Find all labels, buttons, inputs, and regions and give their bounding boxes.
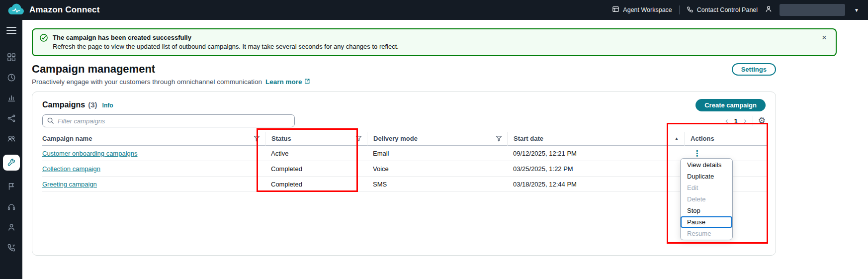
campaign-name-cell: Collection campaign xyxy=(42,165,265,173)
sort-ascending-icon: ▲ xyxy=(674,136,679,141)
top-header: Amazon Connect Agent Workspace Contact C xyxy=(0,0,868,20)
table-row: Collection campaign Completed Voice 03/2… xyxy=(42,161,767,177)
sidebar-item-dashboard[interactable] xyxy=(7,53,16,62)
info-link[interactable]: Info xyxy=(102,102,113,109)
campaigns-count: (3) xyxy=(88,100,97,109)
settings-button[interactable]: Settings xyxy=(732,63,776,76)
sidebar-item-outbound-campaigns[interactable] xyxy=(3,155,20,171)
banner-text: The campaign has been created successful… xyxy=(53,33,815,51)
sidebar-item-flows[interactable] xyxy=(7,114,16,123)
success-check-icon xyxy=(40,34,48,44)
sidebar-item-customer-profiles[interactable] xyxy=(7,223,16,232)
menu-item-view-details[interactable]: View details xyxy=(681,159,732,171)
menu-icon[interactable] xyxy=(6,27,16,34)
close-icon[interactable]: × xyxy=(820,33,829,42)
start-date-cell: 09/12/2025, 12:21 PM xyxy=(507,150,684,157)
phone-icon xyxy=(687,6,694,14)
column-header-delivery-mode[interactable]: Delivery mode xyxy=(367,132,507,146)
table-row: Greeting campaign Completed SMS 03/18/20… xyxy=(42,177,767,192)
chevron-down-icon[interactable]: ▼ xyxy=(852,7,861,13)
table-header-row: Campaign name Status xyxy=(42,132,767,146)
filter-icon[interactable] xyxy=(254,135,260,142)
workspace-icon xyxy=(612,5,619,14)
kebab-menu-icon[interactable]: ⋮ xyxy=(690,149,704,158)
agent-workspace-label: Agent Workspace xyxy=(623,6,672,13)
previous-page-button[interactable]: ‹ xyxy=(724,117,729,125)
campaign-link[interactable]: Customer onboarding campaigns xyxy=(42,150,138,157)
filter-wrap xyxy=(42,114,295,127)
pagination: ‹ 1 › ⚙ xyxy=(724,116,766,126)
main-content: The campaign has been created successful… xyxy=(22,20,868,279)
search-icon xyxy=(47,117,54,124)
menu-item-delete: Delete xyxy=(681,193,732,205)
status-cell: Completed xyxy=(265,181,367,188)
status-cell: Active xyxy=(265,150,367,157)
actions-cell: ⋮ xyxy=(684,149,767,158)
page-number[interactable]: 1 xyxy=(734,117,738,125)
menu-item-stop[interactable]: Stop xyxy=(681,205,732,216)
delivery-mode-cell: Email xyxy=(367,150,507,157)
brand: Amazon Connect xyxy=(7,2,100,18)
column-header-campaign-name[interactable]: Campaign name xyxy=(42,132,265,146)
next-page-button[interactable]: › xyxy=(743,117,748,125)
delivery-mode-cell: SMS xyxy=(367,181,507,188)
banner-message: Refresh the page to view the updated lis… xyxy=(53,42,815,51)
toolbar-divider xyxy=(753,116,753,126)
header-right: Agent Workspace Contact Control Panel ▼ xyxy=(612,4,861,16)
menu-item-edit: Edit xyxy=(681,182,732,193)
sidebar-item-real-time-metrics[interactable] xyxy=(7,73,16,82)
delivery-mode-cell: Voice xyxy=(367,165,507,173)
learn-more-link[interactable]: Learn more xyxy=(265,78,310,86)
column-label: Campaign name xyxy=(42,135,92,142)
banner-title: The campaign has been created successful… xyxy=(53,33,815,42)
sidebar xyxy=(0,20,22,279)
column-label: Delivery mode xyxy=(373,135,418,142)
sidebar-item-calls[interactable] xyxy=(7,243,16,252)
status-cell: Completed xyxy=(265,165,367,173)
column-header-start-date[interactable]: Start date ▲ xyxy=(507,132,684,146)
contact-control-panel-label: Contact Control Panel xyxy=(697,6,758,13)
column-label: Actions xyxy=(691,135,714,142)
sidebar-item-analytics[interactable] xyxy=(7,93,16,102)
external-link-icon xyxy=(304,78,310,86)
menu-item-duplicate[interactable]: Duplicate xyxy=(681,171,732,182)
campaigns-table: Campaign name Status xyxy=(42,132,767,192)
sidebar-icons xyxy=(3,53,20,252)
filter-icon[interactable] xyxy=(355,135,362,142)
menu-item-resume: Resume xyxy=(681,228,732,239)
column-header-actions[interactable]: Actions xyxy=(684,132,767,146)
amazon-connect-logo-icon xyxy=(7,2,25,18)
sidebar-item-contact-control[interactable] xyxy=(7,202,16,211)
user-icon xyxy=(765,5,773,15)
campaign-name-cell: Greeting campaign xyxy=(42,181,265,188)
campaigns-card: Campaigns (3) Info Create campaign xyxy=(32,92,776,256)
column-header-status[interactable]: Status xyxy=(265,132,367,146)
create-campaign-button[interactable]: Create campaign xyxy=(695,99,766,111)
agent-workspace-link[interactable]: Agent Workspace xyxy=(612,5,672,14)
menu-item-pause[interactable]: Pause xyxy=(681,216,732,228)
filter-icon[interactable] xyxy=(496,135,502,142)
user-name-redacted[interactable] xyxy=(780,4,845,16)
contact-control-panel-link[interactable]: Contact Control Panel xyxy=(687,6,758,14)
start-date-cell: 03/25/2025, 1:22 PM xyxy=(507,165,684,173)
column-label: Status xyxy=(271,135,291,142)
campaign-name-cell: Customer onboarding campaigns xyxy=(42,150,265,157)
campaign-link[interactable]: Collection campaign xyxy=(42,165,100,173)
sidebar-item-tasks[interactable] xyxy=(7,182,16,191)
actions-dropdown-menu: View details Duplicate Edit Delete Stop … xyxy=(680,158,733,240)
amazon-connect-app: Amazon Connect Agent Workspace Contact C xyxy=(0,0,868,279)
card-title: Campaigns xyxy=(42,100,85,109)
start-date-cell: 03/18/2025, 12:44 PM xyxy=(507,181,684,188)
campaign-link[interactable]: Greeting campaign xyxy=(42,181,97,188)
brand-name: Amazon Connect xyxy=(29,5,100,15)
success-banner: The campaign has been created successful… xyxy=(32,28,837,56)
page-content: Campaign management Settings Proactively… xyxy=(32,63,776,256)
sidebar-item-users[interactable] xyxy=(7,134,16,143)
filter-campaigns-input[interactable] xyxy=(42,114,295,127)
header-divider xyxy=(679,5,680,14)
page-subtitle: Proactively engage with your customers t… xyxy=(32,78,262,86)
learn-more-label: Learn more xyxy=(265,78,302,86)
table-row: Customer onboarding campaigns Active Ema… xyxy=(42,146,767,161)
column-label: Start date xyxy=(514,135,543,142)
gear-icon[interactable]: ⚙ xyxy=(758,116,766,125)
